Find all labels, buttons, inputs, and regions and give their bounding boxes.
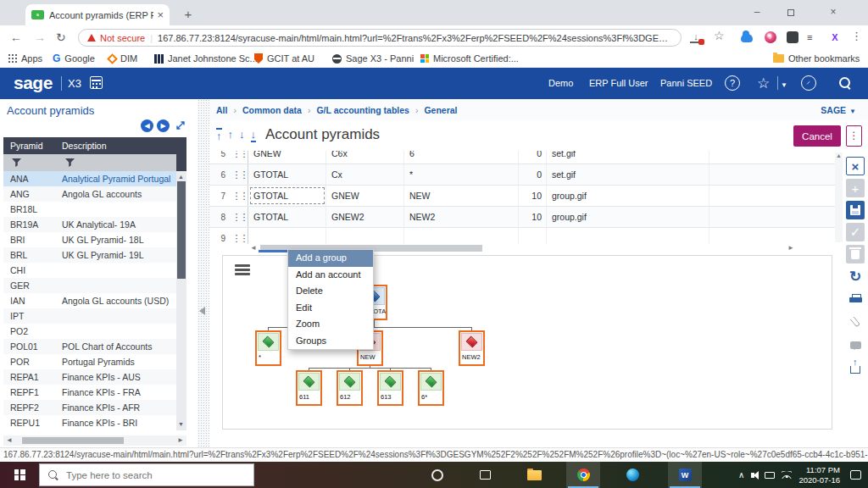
grid-cell[interactable] bbox=[519, 228, 547, 244]
pyramid-row[interactable]: REPA1Finance KPIs - AUS bbox=[3, 369, 176, 385]
first-record-icon[interactable]: ↑ bbox=[216, 128, 222, 142]
breadcrumb-common-data[interactable]: Common data bbox=[242, 105, 302, 115]
panel-splitter[interactable] bbox=[198, 99, 209, 447]
more-actions-button[interactable]: ⋮ bbox=[846, 125, 862, 147]
grid-cell[interactable]: GTOTAL bbox=[248, 186, 326, 206]
row-drag-handle-icon[interactable]: ⋮⋮ bbox=[231, 228, 248, 244]
edge-button[interactable] bbox=[615, 462, 649, 488]
nav-panni-seed[interactable]: Panni SEED bbox=[660, 78, 712, 88]
grid-cell[interactable]: 10 bbox=[519, 186, 547, 206]
chevron-down-icon[interactable]: ▼ bbox=[781, 81, 787, 89]
grid-cell[interactable] bbox=[248, 228, 326, 244]
close-icon[interactable]: × bbox=[846, 157, 865, 175]
nav-demo[interactable]: Demo bbox=[548, 78, 573, 88]
bookmark-microsoft[interactable]: Microsoft Certified:... bbox=[420, 49, 519, 68]
breadcrumb-gl-tables[interactable]: G/L accounting tables bbox=[316, 105, 409, 115]
tab-close-icon[interactable]: × bbox=[157, 8, 164, 21]
window-close-button[interactable]: × bbox=[819, 0, 848, 24]
pyramid-row[interactable]: BR18L bbox=[3, 202, 176, 217]
expand-panel-icon[interactable] bbox=[175, 120, 186, 130]
context-menu-item[interactable]: Groups bbox=[288, 333, 373, 350]
scrollbar-thumb[interactable] bbox=[22, 437, 124, 444]
scroll-up-icon[interactable]: ▲ bbox=[178, 174, 184, 180]
cortana-button[interactable] bbox=[420, 462, 454, 488]
grid-cell[interactable]: set.gif bbox=[547, 151, 709, 164]
grid-cell[interactable]: set.gif bbox=[547, 164, 709, 185]
tree-node-611[interactable]: 611 bbox=[296, 370, 322, 406]
music-extension-icon[interactable]: ♪ bbox=[765, 31, 776, 43]
reload-icon[interactable]: ↻ bbox=[56, 25, 66, 49]
grid-cell[interactable] bbox=[326, 228, 404, 244]
pyramid-row[interactable]: POL01POL Chart of Accounts bbox=[3, 339, 176, 354]
bookmark-star-icon[interactable]: ☆ bbox=[714, 29, 725, 42]
sidebar-vertical-scrollbar[interactable]: ▲ ▼ bbox=[176, 137, 186, 430]
pyramid-row[interactable]: ANAAnalytical Pyramid Portugal bbox=[3, 171, 176, 186]
grid-cell[interactable] bbox=[709, 164, 835, 185]
pyramid-row[interactable]: IPT bbox=[3, 308, 176, 324]
grid-cell[interactable]: GNEW bbox=[248, 151, 326, 164]
forward-icon[interactable]: → bbox=[34, 25, 46, 49]
row-drag-handle-icon[interactable]: ⋮⋮ bbox=[231, 186, 248, 206]
pyramid-row[interactable]: REPF2Finance KPIs - AFR bbox=[3, 400, 176, 415]
scroll-right-icon[interactable]: ► bbox=[177, 436, 184, 444]
calendar-icon[interactable] bbox=[90, 76, 103, 89]
user-menu[interactable]: SAGE▼ bbox=[821, 105, 856, 115]
grid-cell[interactable]: group.gif bbox=[547, 186, 709, 206]
puppet-extension-icon[interactable] bbox=[787, 31, 798, 43]
grid-cell[interactable]: C6x bbox=[326, 151, 404, 164]
grid-cell[interactable]: GNEW2 bbox=[326, 207, 404, 227]
grid-cell[interactable]: 0 bbox=[519, 151, 547, 164]
scroll-right-icon[interactable]: ► bbox=[787, 244, 794, 252]
pyramid-row[interactable]: ANGAngola GL accounts bbox=[3, 186, 176, 202]
help-icon[interactable]: ? bbox=[725, 75, 740, 91]
grid-cell[interactable]: Cx bbox=[326, 164, 404, 185]
tree-node-6star[interactable]: 6* bbox=[418, 370, 444, 406]
start-button[interactable] bbox=[0, 462, 39, 488]
word-button[interactable]: W bbox=[668, 462, 702, 488]
x-extension-icon[interactable]: X bbox=[829, 31, 841, 43]
grid-cell[interactable]: group.gif bbox=[547, 207, 709, 227]
grid-row[interactable]: 7⋮⋮GTOTALGNEWNEW10group.gif bbox=[209, 186, 835, 207]
url-omnibox[interactable]: Not secure | 167.86.77.23:8124/syracuse-… bbox=[78, 29, 682, 47]
tree-node-613[interactable]: 613 bbox=[377, 370, 403, 406]
scroll-left-icon[interactable]: ◄ bbox=[6, 436, 13, 444]
pyramid-row[interactable]: BRIUK GL Pyramid- 18L bbox=[3, 232, 176, 247]
not-secure-label[interactable]: Not secure bbox=[100, 33, 145, 43]
grid-cell[interactable] bbox=[709, 207, 835, 227]
grid-row[interactable]: 8⋮⋮GTOTALGNEW2NEW210group.gif bbox=[209, 207, 835, 228]
grid-row[interactable]: 5⋮⋮GNEWC6x60set.gif bbox=[209, 151, 835, 164]
pyramid-row[interactable]: PO2 bbox=[3, 324, 176, 339]
tree-node-star[interactable]: * bbox=[255, 330, 281, 366]
scroll-down-icon[interactable]: ▼ bbox=[178, 421, 184, 427]
grid-cell[interactable] bbox=[709, 186, 835, 206]
file-explorer-button[interactable] bbox=[517, 462, 551, 488]
not-secure-warning-icon[interactable] bbox=[87, 34, 96, 42]
filter-icon[interactable] bbox=[12, 158, 21, 167]
back-icon[interactable]: ← bbox=[10, 25, 22, 49]
grid-cell[interactable] bbox=[547, 228, 709, 244]
wifi-icon[interactable] bbox=[782, 471, 792, 479]
bookmark-janet[interactable]: Janet Johnstone Sc... bbox=[154, 49, 258, 68]
download-icon[interactable]: ↓ bbox=[690, 31, 702, 43]
row-drag-handle-icon[interactable]: ⋮⋮ bbox=[231, 207, 248, 227]
speaker-icon[interactable] bbox=[751, 473, 754, 478]
window-restore-button[interactable] bbox=[776, 0, 805, 24]
grid-cell[interactable] bbox=[709, 228, 835, 244]
print-icon[interactable] bbox=[846, 290, 865, 308]
grid-cell[interactable]: 0 bbox=[519, 164, 547, 185]
pyramid-row[interactable]: BR19AUK Analytical- 19A bbox=[3, 217, 176, 232]
pyramid-row[interactable]: BRLUK GL Pyramid- 19L bbox=[3, 247, 176, 263]
bookmark-apps[interactable]: Apps bbox=[8, 49, 42, 68]
browser-menu-icon[interactable]: ⋮ bbox=[851, 30, 862, 42]
favorites-star-icon[interactable]: ☆ bbox=[757, 75, 770, 92]
tree-node-612[interactable]: 612 bbox=[337, 370, 363, 406]
context-menu-item[interactable]: Edit bbox=[288, 300, 373, 317]
export-share-icon[interactable] bbox=[846, 358, 865, 376]
grid-cell[interactable]: 6 bbox=[404, 151, 519, 164]
context-menu-item[interactable]: Add a group bbox=[288, 250, 373, 267]
breadcrumb-general[interactable]: General bbox=[424, 105, 457, 115]
tree-menu-icon[interactable] bbox=[235, 264, 250, 275]
grid-cell[interactable]: GTOTAL bbox=[248, 164, 326, 185]
grid-cell[interactable]: GTOTAL bbox=[248, 207, 326, 227]
save-icon[interactable] bbox=[846, 201, 865, 219]
